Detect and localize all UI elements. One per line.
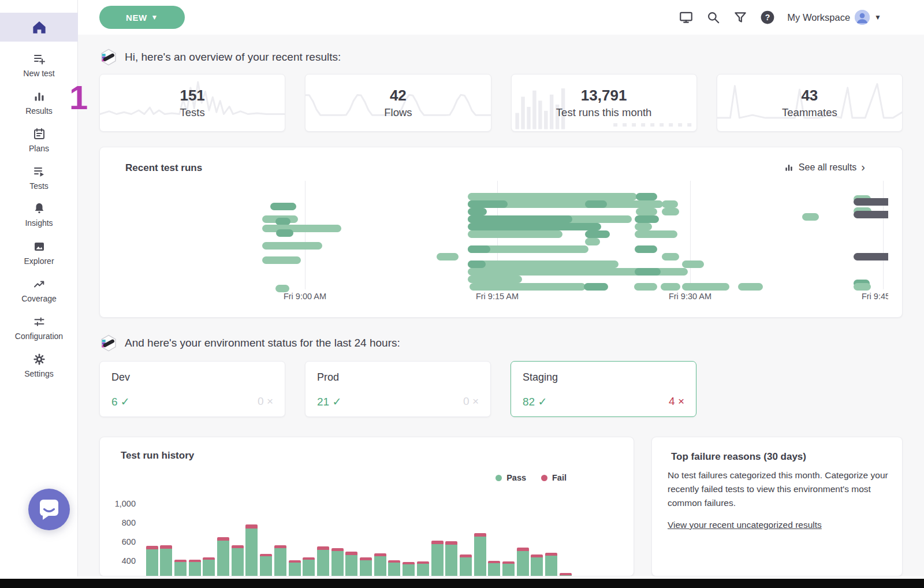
stat-card-test-runs-this-month[interactable]: 13,791Test runs this month: [511, 74, 697, 132]
test-run-bar[interactable]: [585, 238, 600, 245]
history-bar: [431, 541, 444, 576]
test-run-bar[interactable]: [470, 283, 586, 291]
main-content: Hi, here's an overview of your recent re…: [78, 35, 924, 576]
stat-card-teammates[interactable]: 43Teammates: [717, 74, 903, 132]
test-run-bar[interactable]: [270, 203, 296, 210]
stat-value: 13,791: [581, 87, 627, 105]
search-icon[interactable]: [706, 10, 721, 25]
test-run-bar[interactable]: [585, 200, 607, 208]
sidebar-item-results[interactable]: Results: [0, 90, 78, 116]
sidebar-item-label: New test: [23, 69, 54, 78]
history-bar: [374, 553, 386, 576]
test-run-bar[interactable]: [636, 193, 657, 200]
test-run-bar[interactable]: [468, 245, 490, 253]
history-bar-pass: [303, 560, 315, 576]
test-run-bar[interactable]: [275, 285, 289, 292]
sidebar-item-home[interactable]: [0, 13, 78, 42]
test-run-bar[interactable]: [854, 283, 871, 291]
test-run-bar[interactable]: [662, 208, 679, 215]
test-run-bar[interactable]: [636, 208, 657, 215]
history-bar-fail: [474, 533, 486, 537]
history-bar-pass: [560, 575, 572, 576]
sidebar-item-tests[interactable]: Tests: [0, 165, 78, 191]
stat-value: 43: [801, 87, 818, 105]
test-run-bar[interactable]: [738, 283, 763, 291]
test-run-bar[interactable]: [635, 215, 659, 223]
sidebar-item-settings[interactable]: Settings: [0, 352, 78, 378]
workspace-menu[interactable]: My Workspace ▼: [787, 10, 881, 25]
test-run-bar[interactable]: [468, 215, 572, 223]
history-bar: [217, 537, 229, 576]
filter-icon[interactable]: [733, 10, 748, 25]
test-run-bar[interactable]: [468, 260, 619, 268]
see-all-results-link[interactable]: See all results ›: [784, 162, 865, 173]
sidebar-item-new-test[interactable]: New test: [0, 52, 78, 78]
test-run-bar[interactable]: [262, 242, 322, 250]
test-run-bar[interactable]: [662, 253, 679, 260]
view-uncategorized-results-link[interactable]: View your recent uncategorized results: [668, 520, 822, 530]
test-run-bar[interactable]: [437, 253, 459, 260]
sidebar-item-insights[interactable]: Insights: [0, 202, 78, 228]
test-run-bar[interactable]: [682, 260, 704, 268]
sidebar-item-coverage[interactable]: Coverage: [0, 277, 78, 303]
environment-card-dev[interactable]: Dev6 ✓0 ×: [99, 361, 285, 417]
history-bar-pass: [360, 560, 372, 576]
test-run-bar[interactable]: [635, 268, 661, 276]
history-bar: [445, 541, 457, 576]
test-run-bar[interactable]: [262, 256, 301, 264]
stat-label: Tests: [180, 106, 205, 119]
test-run-bar[interactable]: [802, 213, 819, 221]
stat-card-flows[interactable]: 42Flows: [305, 74, 491, 132]
test-run-bar[interactable]: [635, 223, 652, 230]
test-run-bar[interactable]: [468, 276, 522, 283]
history-bar-pass: [345, 555, 357, 576]
svg-text:?: ?: [765, 13, 770, 22]
sidebar-item-plans[interactable]: Plans: [0, 127, 78, 153]
sidebar-item-explorer[interactable]: Explorer: [0, 240, 78, 266]
sidebar-item-label: Tests: [29, 181, 49, 191]
history-bar-pass: [289, 563, 301, 576]
test-run-bar[interactable]: [468, 200, 508, 208]
environment-fail-count: 4 ×: [669, 395, 684, 408]
history-bar: [317, 546, 329, 576]
help-icon[interactable]: ?: [760, 10, 775, 25]
monitor-icon[interactable]: [679, 10, 694, 25]
sidebar-item-configuration[interactable]: Configuration: [0, 315, 78, 341]
history-bar: [560, 573, 572, 576]
test-run-bar[interactable]: [468, 223, 601, 230]
history-ytick-label: 1,000: [103, 499, 136, 508]
test-run-bar[interactable]: [262, 225, 341, 232]
test-run-bar[interactable]: [635, 245, 657, 253]
history-bar-pass: [217, 541, 229, 576]
bar-chart-icon: [32, 90, 46, 103]
greeting-overview-row: Hi, here's an overview of your recent re…: [99, 48, 341, 66]
test-run-bar[interactable]: [468, 208, 487, 215]
test-run-bar[interactable]: [584, 283, 608, 291]
test-run-bar[interactable]: [276, 229, 293, 237]
test-run-bar[interactable]: [854, 211, 888, 218]
environment-card-staging[interactable]: Staging82 ✓4 ×: [511, 361, 696, 417]
environment-card-prod[interactable]: Prod21 ✓0 ×: [305, 361, 491, 417]
stat-card-tests[interactable]: 151Tests: [99, 74, 285, 132]
environment-name: Staging: [523, 371, 684, 384]
test-run-bar[interactable]: [682, 283, 729, 291]
history-bar: [274, 545, 286, 577]
test-run-bar[interactable]: [468, 260, 486, 268]
test-run-bar[interactable]: [585, 230, 610, 238]
sliders-icon: [32, 315, 46, 329]
test-run-bar[interactable]: [854, 198, 888, 206]
greeting-environment-text: And here's your environment status for t…: [125, 337, 400, 349]
history-bar-pass: [431, 544, 444, 576]
chat-widget-button[interactable]: [28, 489, 70, 530]
test-run-bar[interactable]: [854, 253, 888, 260]
test-run-bar[interactable]: [662, 200, 678, 208]
test-run-bar[interactable]: [634, 283, 657, 291]
test-run-bar[interactable]: [468, 193, 637, 200]
history-bar: [189, 560, 201, 576]
test-run-bar[interactable]: [661, 283, 680, 291]
environment-name: Prod: [317, 371, 479, 384]
test-run-bar[interactable]: [468, 230, 562, 238]
test-run-bar[interactable]: [635, 230, 677, 238]
new-button[interactable]: NEW ▼: [99, 6, 185, 29]
history-bar: [289, 560, 301, 576]
